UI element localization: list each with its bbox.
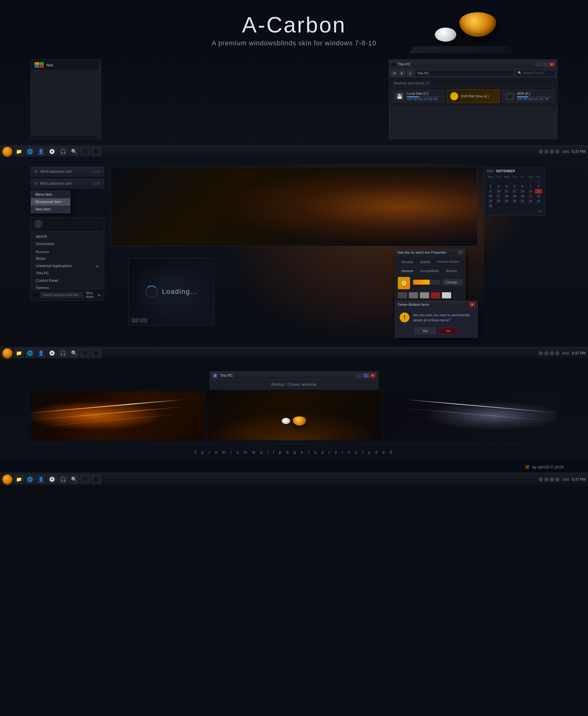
sm2-item-this-pc[interactable]: This PC: [31, 270, 104, 277]
taskbar-app-3-1[interactable]: 📁: [14, 475, 24, 484]
cal-day-28[interactable]: 28: [527, 199, 534, 203]
taskbar-app-8[interactable]: 🗑: [91, 147, 101, 156]
tpw2-minimize[interactable]: _: [356, 373, 362, 378]
taskbar-app-3-5[interactable]: 🎧: [58, 475, 68, 484]
cal-day-9[interactable]: 9: [487, 189, 494, 193]
start-button-3[interactable]: [2, 475, 12, 484]
loading-ctrl-2[interactable]: [140, 318, 147, 323]
pw-tab-archive[interactable]: Archive: [443, 267, 461, 274]
cal-day-26[interactable]: 26: [510, 199, 518, 203]
taskbar-app-3-4[interactable]: 💿: [47, 475, 57, 484]
taskbar-app-3-2[interactable]: 🌐: [25, 475, 35, 484]
taskbar-app-4[interactable]: 💿: [47, 147, 57, 156]
swatch-5[interactable]: [442, 292, 451, 299]
swatch-4[interactable]: [431, 292, 440, 299]
drive-item-c[interactable]: 💾 Local Disk (C:) 145 GB free of 232 GB: [392, 89, 444, 103]
cal-day-21[interactable]: 21: [527, 194, 534, 199]
pw-tab-prev-versions[interactable]: Previous Versions: [434, 259, 462, 265]
sm2-shutdown-button[interactable]: Shut down: [86, 291, 96, 299]
cal-day-3[interactable]: 3: [495, 184, 502, 189]
sm2-item-documents[interactable]: Documents: [31, 240, 104, 248]
menu-item-2[interactable]: Mouseover item: [31, 198, 70, 206]
menu-item-3[interactable]: New item: [31, 206, 70, 213]
taskbar-app-7[interactable]: ⚙: [80, 147, 90, 156]
cal-day-7[interactable]: 7: [527, 184, 534, 189]
cal-day-23[interactable]: 23: [487, 199, 494, 203]
maximize-button[interactable]: □: [542, 62, 548, 66]
swatch-1[interactable]: [398, 292, 407, 299]
dd-yes-button[interactable]: Yes: [415, 328, 436, 334]
start-button-2[interactable]: [2, 348, 12, 358]
sm2-item-music[interactable]: Music: [31, 255, 104, 262]
taskbar-app-2-8[interactable]: 🗑: [91, 349, 101, 358]
sm2-search-input[interactable]: [40, 292, 83, 298]
menu-item-1[interactable]: Menu item: [31, 191, 70, 198]
cal-day-24[interactable]: 24: [495, 199, 502, 203]
sm2-item-control-panel[interactable]: Control Panel: [31, 277, 104, 284]
pw-close[interactable]: ✕: [458, 250, 463, 254]
search-bar[interactable]: 🔍 Search This PC: [516, 70, 555, 76]
pw-tab-general[interactable]: General: [398, 267, 417, 274]
cal-day-8[interactable]: 8: [535, 184, 542, 189]
taskbar-app-2-5[interactable]: 🎧: [58, 349, 68, 358]
pw-tab-security[interactable]: Security: [398, 259, 417, 265]
tpw2-rolldown[interactable]: ▽: [363, 373, 369, 378]
cal-day-4[interactable]: 4: [503, 184, 510, 189]
tpw2-close[interactable]: ✕: [370, 373, 376, 378]
cal-day-30[interactable]: 30: [487, 204, 494, 208]
cal-day-16[interactable]: 16: [487, 194, 494, 199]
taskbar-app-2-4[interactable]: 💿: [47, 349, 57, 358]
taskbar-app-2-7[interactable]: ⚙: [80, 349, 90, 358]
up-button[interactable]: ▲: [407, 70, 413, 76]
cal-day-19[interactable]: 19: [510, 194, 518, 199]
close-button[interactable]: ✕: [549, 62, 554, 66]
taskbar-app-2-2[interactable]: 🌐: [25, 349, 35, 358]
cal-day-14[interactable]: 14: [527, 189, 534, 193]
taskbar-app-3-8[interactable]: 🗑: [91, 475, 101, 484]
cal-day-18[interactable]: 18: [503, 194, 510, 199]
taskbar-app-3[interactable]: 👤: [36, 147, 46, 156]
cal-day-13[interactable]: 13: [519, 189, 526, 193]
cal-day-20[interactable]: 20: [519, 194, 526, 199]
dd-no-button[interactable]: No: [439, 328, 458, 334]
dd-close-button[interactable]: ✕: [469, 302, 475, 307]
taskbar-app-5[interactable]: 🎧: [58, 147, 68, 156]
start-menu-scrollbar[interactable]: [98, 60, 101, 139]
cal-day-25[interactable]: 25: [503, 199, 510, 203]
taskbar-app-2-3[interactable]: 👤: [36, 349, 46, 358]
cal-day-29[interactable]: 29: [535, 199, 542, 203]
cal-day-w1-sat[interactable]: -: [527, 179, 534, 184]
cal-day-12[interactable]: 12: [510, 189, 518, 193]
taskbar-app-3-3[interactable]: 👤: [36, 475, 46, 484]
taskbar-app-2[interactable]: 🌐: [25, 147, 35, 156]
cal-day-27[interactable]: 27: [519, 199, 526, 203]
sm2-item-user[interactable]: adni18: [31, 233, 104, 240]
cal-day-22[interactable]: 22: [535, 194, 542, 199]
address-bar[interactable]: This PC: [415, 70, 513, 76]
swatch-2[interactable]: [409, 292, 418, 299]
cal-more-button[interactable]: >>: [487, 209, 542, 213]
pw-change-button[interactable]: Change...: [443, 279, 463, 285]
cal-day-11[interactable]: 11: [503, 189, 510, 193]
taskbar-app-3-6[interactable]: 🔍: [69, 475, 79, 484]
cal-day-1[interactable]: 1: [535, 179, 542, 184]
cal-day-6[interactable]: 6: [519, 184, 526, 189]
back-button[interactable]: ◀: [391, 70, 397, 76]
taskbar-app-2-1[interactable]: 📁: [14, 349, 24, 358]
cal-day-15-today[interactable]: 15: [535, 189, 542, 193]
cal-day-5[interactable]: 5: [510, 184, 518, 189]
pw-tab-details[interactable]: Details: [417, 259, 434, 265]
swatch-3[interactable]: [420, 292, 429, 299]
pw-tab-compat[interactable]: Compatibility: [417, 267, 443, 274]
cal-day-10[interactable]: 10: [495, 189, 502, 193]
taskbar-app-6[interactable]: 🔍: [69, 147, 79, 156]
sm2-item-universal-apps[interactable]: Universal Applications ▶: [31, 262, 104, 270]
cal-day-2[interactable]: 2: [487, 184, 494, 189]
taskbar-app-1[interactable]: 📁: [14, 147, 24, 156]
cal-day-17[interactable]: 17: [495, 194, 502, 199]
taskbar-app-3-7[interactable]: ⚙: [80, 475, 90, 484]
drive-item-e[interactable]: 🖴 ADN (E:) 599 GB free of 1.81 TB: [502, 89, 554, 103]
minimize-button[interactable]: _: [536, 62, 541, 66]
taskbar-app-2-6[interactable]: 🔍: [69, 349, 79, 358]
start-button-1[interactable]: [2, 147, 12, 157]
